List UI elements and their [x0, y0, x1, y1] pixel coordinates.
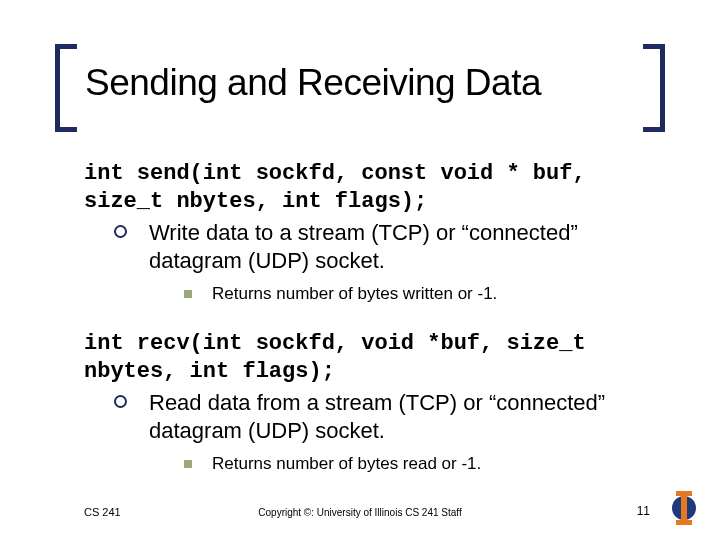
send-returns-row: Returns number of bytes written or -1. [84, 284, 660, 304]
bracket-right-icon [643, 44, 665, 132]
send-block: int send(int sockfd, const void * buf, s… [84, 160, 660, 304]
recv-block: int recv(int sockfd, void *buf, size_t n… [84, 330, 660, 474]
send-signature: int send(int sockfd, const void * buf, s… [84, 160, 660, 215]
recv-desc-row: Read data from a stream (TCP) or “connec… [84, 389, 660, 444]
open-circle-bullet-icon [114, 395, 127, 408]
illinois-logo-icon [670, 488, 698, 528]
footer-copyright: Copyright ©: University of Illinois CS 2… [0, 507, 720, 518]
send-returns: Returns number of bytes written or -1. [212, 284, 497, 304]
recv-returns-row: Returns number of bytes read or -1. [84, 454, 660, 474]
square-bullet-icon [184, 460, 192, 468]
bracket-left-icon [55, 44, 77, 132]
recv-description: Read data from a stream (TCP) or “connec… [149, 389, 660, 444]
send-description: Write data to a stream (TCP) or “connect… [149, 219, 660, 274]
recv-signature: int recv(int sockfd, void *buf, size_t n… [84, 330, 660, 385]
title-bar: Sending and Receiving Data [55, 48, 665, 130]
slide-body: int send(int sockfd, const void * buf, s… [84, 160, 660, 474]
square-bullet-icon [184, 290, 192, 298]
slide-title: Sending and Receiving Data [85, 62, 541, 104]
page-number: 11 [637, 504, 650, 518]
open-circle-bullet-icon [114, 225, 127, 238]
recv-returns: Returns number of bytes read or -1. [212, 454, 481, 474]
send-desc-row: Write data to a stream (TCP) or “connect… [84, 219, 660, 274]
